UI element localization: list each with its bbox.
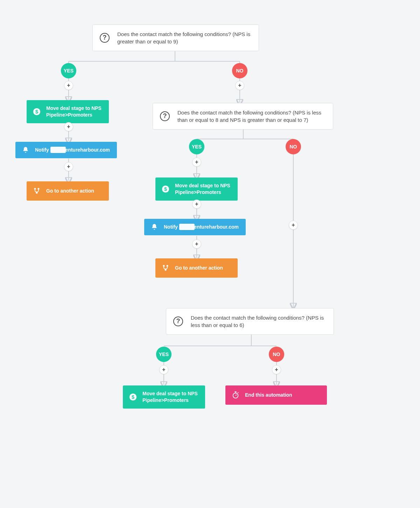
branch-yes[interactable]: YES	[189, 139, 204, 154]
condition-text: Does the contact match the following con…	[191, 314, 327, 329]
add-step-button[interactable]: +	[192, 200, 201, 209]
condition-card[interactable]: ? Does the contact match the following c…	[166, 308, 334, 335]
condition-text: Does the contact match the following con…	[177, 109, 326, 124]
condition-card[interactable]: ? Does the contact match the following c…	[153, 103, 333, 130]
action-label: End this automation	[245, 392, 292, 398]
branch-icon	[161, 263, 170, 272]
action-notify[interactable]: Notify ventureharbour.com	[15, 142, 117, 158]
action-label: Go to another action	[175, 265, 223, 271]
action-label: Move deal stage to NPS Pipeline>Promoter…	[142, 390, 199, 404]
add-step-button[interactable]: +	[192, 158, 201, 167]
action-move-deal[interactable]: $ Move deal stage to NPS Pipeline>Promot…	[27, 100, 109, 123]
dollar-icon: $	[128, 392, 138, 402]
branch-label: NO	[273, 352, 280, 357]
action-label: Notify ventureharbour.com	[164, 224, 239, 230]
svg-point-19	[38, 188, 40, 190]
add-step-button[interactable]: +	[272, 365, 281, 374]
svg-point-18	[34, 188, 36, 190]
svg-point-24	[167, 265, 168, 267]
condition-text: Does the contact match the following con…	[117, 30, 252, 45]
redaction-mask	[50, 147, 66, 153]
branch-yes[interactable]: YES	[156, 347, 172, 362]
action-move-deal[interactable]: $ Move deal stage to NPS Pipeline>Promot…	[155, 178, 238, 201]
svg-point-23	[163, 265, 165, 267]
svg-line-32	[238, 392, 238, 393]
action-label: Go to another action	[46, 188, 94, 194]
add-step-button[interactable]: +	[235, 81, 244, 90]
svg-text:$: $	[35, 109, 38, 114]
add-step-button[interactable]: +	[159, 365, 168, 374]
svg-text:$: $	[132, 394, 134, 399]
action-label: Move deal stage to NPS Pipeline>Promoter…	[46, 105, 103, 118]
stopwatch-icon	[231, 390, 240, 399]
svg-line-29	[236, 395, 237, 396]
add-step-button[interactable]: +	[64, 162, 73, 171]
question-icon: ?	[173, 316, 183, 326]
action-goto[interactable]: Go to another action	[27, 181, 109, 201]
action-notify[interactable]: Notify ventureharbour.com	[144, 219, 246, 235]
question-icon: ?	[100, 33, 110, 43]
add-step-button[interactable]: +	[192, 239, 201, 249]
branch-label: YES	[192, 144, 202, 149]
add-step-button[interactable]: +	[64, 122, 73, 131]
branch-label: YES	[159, 352, 169, 357]
action-label: Move deal stage to NPS Pipeline>Promoter…	[175, 182, 231, 196]
action-goto[interactable]: Go to another action	[155, 258, 238, 278]
dollar-icon: $	[161, 185, 170, 194]
dollar-icon: $	[32, 107, 41, 116]
branch-no[interactable]: NO	[232, 63, 247, 78]
action-end-automation[interactable]: End this automation	[225, 385, 327, 405]
condition-card[interactable]: ? Does the contact match the following c…	[92, 25, 259, 51]
bell-icon	[150, 222, 159, 231]
redaction-mask	[179, 224, 195, 230]
branch-label: NO	[236, 68, 244, 74]
branch-label: YES	[64, 68, 74, 74]
bell-icon	[21, 145, 30, 154]
question-icon: ?	[160, 111, 170, 121]
branch-no[interactable]: NO	[286, 139, 301, 154]
svg-text:$: $	[164, 186, 167, 192]
branch-yes[interactable]: YES	[61, 63, 76, 78]
add-step-button[interactable]: +	[64, 81, 73, 90]
branch-icon	[32, 186, 41, 195]
branch-no[interactable]: NO	[269, 347, 284, 362]
branch-label: NO	[290, 144, 297, 149]
action-move-deal[interactable]: $ Move deal stage to NPS Pipeline>Promot…	[123, 385, 205, 409]
action-label: Notify ventureharbour.com	[35, 147, 110, 153]
add-step-button[interactable]: +	[289, 221, 298, 230]
